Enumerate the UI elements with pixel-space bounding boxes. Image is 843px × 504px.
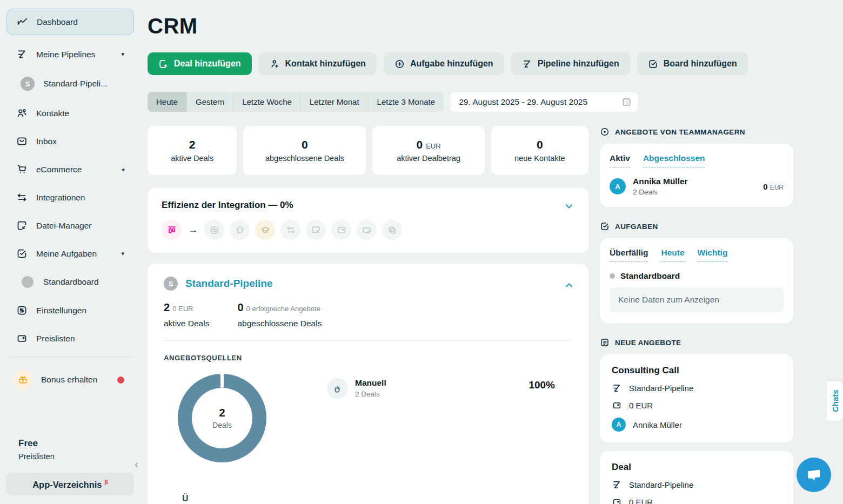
tab-letzter-monat[interactable]: Letzter Monat bbox=[301, 92, 369, 112]
pipeline-icon bbox=[522, 59, 532, 69]
sidebar-item-dashboard[interactable]: Dashboard bbox=[6, 9, 134, 35]
check-square-icon bbox=[16, 248, 28, 259]
tab-wichtig[interactable]: Wichtig bbox=[698, 248, 728, 262]
sidebar-item-kontakte[interactable]: Kontakte bbox=[6, 103, 134, 123]
form-toggles-icon[interactable] bbox=[204, 220, 224, 240]
sidebar-item-label: Meine Pipelines bbox=[36, 50, 95, 59]
sidebar-item-preislisten[interactable]: Preislisten bbox=[6, 328, 134, 348]
sidebar-item-label: Bonus erhalten bbox=[41, 375, 97, 385]
chat-bubble-icon[interactable] bbox=[230, 220, 250, 240]
offer-card[interactable]: Consulting Call Standard-Pipeline 0 EUR … bbox=[600, 354, 793, 442]
tab-letzte-3-monate[interactable]: Letzte 3 Monate bbox=[369, 92, 444, 112]
add-deal-button[interactable]: Deal hinzufügen bbox=[148, 52, 252, 75]
pipeline-divider bbox=[164, 340, 572, 341]
plan-name: Free bbox=[6, 438, 134, 449]
tab-gestern[interactable]: Gestern bbox=[187, 92, 233, 112]
cart-icon bbox=[16, 164, 28, 175]
pipeline-title-link[interactable]: Standard-Pipeline bbox=[185, 278, 273, 290]
sidebar-item-ecommerce[interactable]: eCommerce ◂ bbox=[6, 159, 134, 179]
wallet-icon bbox=[612, 400, 622, 411]
chevron-down-icon[interactable] bbox=[564, 201, 574, 212]
chevron-left-icon[interactable]: ◂ bbox=[121, 166, 124, 173]
plus-circle-icon bbox=[394, 59, 405, 69]
file-manager-icon bbox=[16, 220, 28, 231]
sidebar-footer: Free Preislisten App-Verzeichnis β bbox=[0, 438, 140, 504]
note-edit-icon[interactable] bbox=[357, 220, 377, 240]
app-directory-button[interactable]: App-Verzeichnis β bbox=[6, 473, 134, 495]
sidebar-item-integrationen[interactable]: Integrationen bbox=[6, 187, 134, 207]
pipeline-closed-stat: 00 erfolgreiche Angebote abgeschlossene … bbox=[237, 301, 322, 328]
add-pipeline-button[interactable]: Pipeline hinzufügen bbox=[511, 52, 630, 75]
avatar: A bbox=[610, 178, 626, 194]
add-task-button[interactable]: Aufgabe hinzufügen bbox=[384, 52, 504, 75]
chart-legend-item[interactable]: Manuell 2 Deals bbox=[327, 378, 386, 399]
chat-bubble-icon bbox=[805, 466, 822, 483]
offer-owner-row: A Annika Müller bbox=[612, 418, 781, 432]
right-panel: ANGEBOTE VON TEAMMANAGERN Aktiv Abgeschl… bbox=[600, 127, 793, 504]
sidebar-item-standard-pipeline[interactable]: S Standard-Pipeli... bbox=[6, 72, 134, 95]
donut-chart[interactable]: 2 Deals bbox=[178, 374, 266, 462]
tab-aktiv[interactable]: Aktiv bbox=[610, 153, 630, 167]
copy-icon[interactable] bbox=[382, 220, 402, 240]
integration-icons-row: → bbox=[162, 220, 574, 240]
tab-letzte-woche[interactable]: Letzte Woche bbox=[233, 92, 300, 112]
stat-new-contacts: 0 neue Kontakte bbox=[491, 126, 588, 175]
clipped-next-section: Ü bbox=[182, 494, 189, 503]
sidebar-item-pipelines[interactable]: Meine Pipelines ▾ bbox=[6, 44, 134, 64]
board-color-dot bbox=[22, 276, 34, 288]
stat-closed-deals: 0 abgeschlossene Deals bbox=[243, 126, 366, 175]
chevron-down-icon[interactable]: ▾ bbox=[121, 51, 124, 58]
board-color-dot bbox=[610, 273, 615, 279]
date-range-tabs: Heute Gestern Letzte Woche Letzter Monat… bbox=[148, 92, 444, 112]
pipeline-avatar: S bbox=[21, 77, 35, 91]
chats-side-tab[interactable]: Chats bbox=[827, 381, 843, 421]
manager-row[interactable]: A Annika Müller 2 Deals 0EUR bbox=[610, 177, 784, 196]
sidebar-item-einstellungen[interactable]: Einstellungen bbox=[6, 300, 134, 320]
tasks-header: AUFGABEN bbox=[600, 221, 793, 231]
sidebar-item-label: eCommerce bbox=[36, 165, 82, 174]
wallet-icon bbox=[612, 497, 622, 504]
team-offers-card: Aktiv Abgeschlossen A Annika Müller 2 De… bbox=[600, 144, 793, 207]
standard-pipeline-card: S Standard-Pipeline 20 EUR aktive Deals … bbox=[148, 264, 588, 504]
date-filter-row: Heute Gestern Letzte Woche Letzter Monat… bbox=[148, 92, 737, 112]
sidebar-item-bonus[interactable]: Bonus erhalten bbox=[6, 366, 134, 394]
sidebar-item-datei-manager[interactable]: Datei-Manager bbox=[6, 216, 134, 236]
swap-arrows-icon[interactable] bbox=[280, 220, 300, 240]
deal-add-icon bbox=[158, 59, 169, 69]
gift-icon bbox=[13, 370, 32, 389]
chevron-up-icon[interactable] bbox=[564, 280, 574, 291]
empty-state-message: Keine Daten zum Anzeigen bbox=[610, 287, 784, 312]
add-contact-button[interactable]: Kontakt hinzufügen bbox=[259, 52, 377, 75]
tasks-card: Überfällig Heute Wichtig Standardboard K… bbox=[600, 238, 793, 323]
sidebar-item-label: Integrationen bbox=[36, 193, 85, 203]
contacts-icon bbox=[16, 107, 28, 119]
sidebar-collapse-icon[interactable]: ‹ bbox=[132, 456, 140, 473]
offer-pipeline-row: Standard-Pipeline bbox=[612, 480, 781, 490]
tab-heute[interactable]: Heute bbox=[148, 92, 187, 112]
pipeline-card-header: S Standard-Pipeline bbox=[164, 277, 572, 291]
plan-pricing-link[interactable]: Preislisten bbox=[6, 452, 134, 461]
offer-card[interactable]: Deal Standard-Pipeline 0 EUR A Annika Mü… bbox=[600, 451, 793, 504]
add-board-button[interactable]: Board hinzufügen bbox=[637, 52, 748, 75]
tab-ueberfaellig[interactable]: Überfällig bbox=[610, 248, 648, 262]
page-header: CRM Deal hinzufügen Kontakt hinzufügen A… bbox=[148, 0, 737, 112]
chart-line-icon bbox=[17, 16, 28, 28]
browser-click-icon[interactable] bbox=[306, 220, 326, 240]
kanban-icon[interactable] bbox=[162, 220, 182, 240]
chat-fab-button[interactable] bbox=[797, 458, 831, 492]
sidebar-item-inbox[interactable]: Inbox bbox=[6, 131, 134, 151]
sidebar-item-label: Einstellungen bbox=[36, 306, 86, 315]
date-range-picker[interactable]: 29. August 2025 - 29. August 2025 bbox=[450, 92, 638, 112]
sidebar-item-meine-aufgaben[interactable]: Meine Aufgaben ▾ bbox=[6, 244, 134, 264]
tab-heute[interactable]: Heute bbox=[661, 248, 684, 262]
tab-abgeschlossen[interactable]: Abgeschlossen bbox=[643, 153, 705, 167]
page-title: CRM bbox=[148, 14, 737, 38]
wallet-icon[interactable] bbox=[331, 220, 351, 240]
beta-badge: β bbox=[104, 479, 108, 485]
avatar: A bbox=[612, 418, 626, 432]
education-cap-icon[interactable] bbox=[255, 220, 275, 240]
sidebar-item-standardboard[interactable]: Standardboard bbox=[6, 272, 134, 292]
sidebar-item-label: Inbox bbox=[36, 137, 57, 146]
stats-row: 2 aktive Deals 0 abgeschlossene Deals 0 … bbox=[148, 126, 588, 175]
chevron-down-icon[interactable]: ▾ bbox=[121, 250, 124, 257]
